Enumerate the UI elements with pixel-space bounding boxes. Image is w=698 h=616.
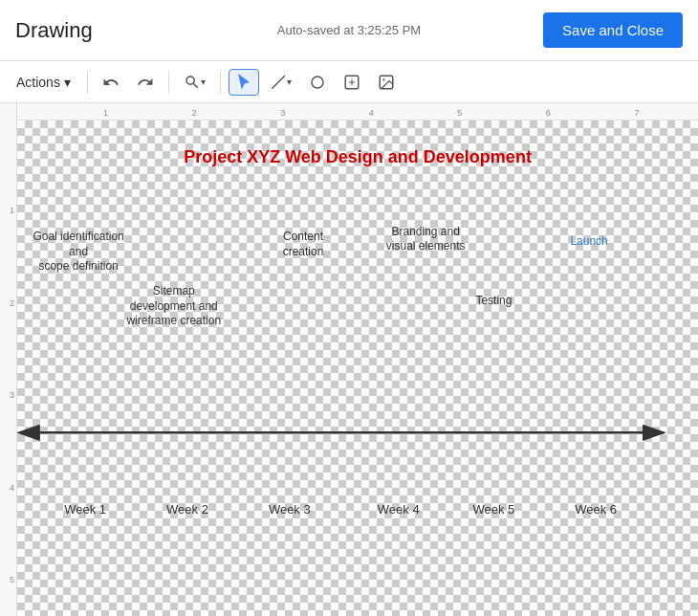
textbox-icon <box>343 74 360 91</box>
ruler-mark-2: 2 <box>10 298 14 308</box>
task-goal-identification: Goal identification andscope definition <box>31 230 126 275</box>
svg-point-1 <box>312 77 323 88</box>
image-icon <box>378 74 395 91</box>
toolbar-separator-3 <box>220 71 221 94</box>
ruler-top-7: 7 <box>634 108 639 118</box>
week-1-label: Week 1 <box>44 502 125 517</box>
redo-icon <box>137 74 154 91</box>
select-tool-button[interactable] <box>229 69 259 96</box>
ruler-mark-1: 1 <box>10 206 14 215</box>
week-2-label: Week 2 <box>146 502 228 517</box>
line-chevron: ▾ <box>287 77 292 87</box>
ruler-top-3: 3 <box>280 108 285 118</box>
undo-button[interactable] <box>96 69 126 96</box>
actions-menu-button[interactable]: Actions ▾ <box>8 70 79 95</box>
zoom-icon <box>184 74 201 91</box>
ruler-top-5: 5 <box>457 108 462 118</box>
line-icon <box>270 74 287 91</box>
ruler-top-6: 6 <box>546 108 551 118</box>
task-content-creation: Contentcreation <box>262 230 343 259</box>
week-3-label: Week 3 <box>249 502 330 517</box>
header: Drawing Auto-saved at 3:25:25 PM Save an… <box>0 0 698 61</box>
ruler-mark-3: 3 <box>10 390 14 400</box>
toolbar: Actions ▾ ▾ ▾ <box>0 61 698 103</box>
ruler-mark-5: 5 <box>10 575 14 584</box>
drawing-title: Project XYZ Web Design and Development <box>17 147 698 167</box>
ruler-mark-4: 4 <box>10 483 14 493</box>
save-close-button[interactable]: Save and Close <box>543 12 683 48</box>
week-4-label: Week 4 <box>358 502 439 517</box>
chevron-down-icon: ▾ <box>64 75 71 90</box>
week-6-label: Week 6 <box>555 502 636 517</box>
ruler-top-4: 4 <box>369 108 374 118</box>
ruler-top-2: 2 <box>192 108 197 118</box>
circle-icon <box>309 74 326 91</box>
redo-button[interactable] <box>130 69 161 96</box>
zoom-button[interactable]: ▾ <box>177 69 212 96</box>
app-title: Drawing <box>15 18 93 43</box>
undo-icon <box>102 74 120 91</box>
image-tool-button[interactable] <box>371 69 402 96</box>
textbox-tool-button[interactable] <box>337 69 367 96</box>
canvas-container: 1 2 3 4 5 1 2 3 4 5 6 7 Project XYZ Web … <box>0 103 698 616</box>
ruler-top-1: 1 <box>103 108 108 118</box>
ruler-left: 1 2 3 4 5 <box>0 103 17 616</box>
task-testing: Testing <box>460 294 528 309</box>
drawing-canvas[interactable]: Project XYZ Web Design and Development <box>17 121 698 616</box>
toolbar-separator-1 <box>87 71 88 94</box>
autosave-status: Auto-saved at 3:25:25 PM <box>277 23 421 37</box>
task-launch: Launch <box>555 234 622 250</box>
task-sitemap: Sitemapdevelopment andwireframe creation <box>120 284 229 329</box>
zoom-chevron: ▾ <box>201 77 206 87</box>
week-5-label: Week 5 <box>453 502 534 517</box>
toolbar-separator-2 <box>168 71 169 94</box>
drawing-content: Project XYZ Web Design and Development <box>17 121 698 616</box>
ruler-top: 1 2 3 4 5 6 7 <box>17 103 698 121</box>
svg-line-0 <box>272 76 285 89</box>
cursor-icon <box>235 74 252 91</box>
canvas-wrap[interactable]: 1 2 3 4 5 6 7 Project XYZ Web Design and… <box>17 103 698 616</box>
line-tool-button[interactable]: ▾ <box>263 69 298 96</box>
actions-label: Actions <box>16 75 60 90</box>
task-branding: Branding andvisual elements <box>371 225 480 254</box>
svg-point-4 <box>382 78 384 80</box>
timeline-arrow <box>17 121 698 616</box>
shape-tool-button[interactable] <box>302 69 333 96</box>
